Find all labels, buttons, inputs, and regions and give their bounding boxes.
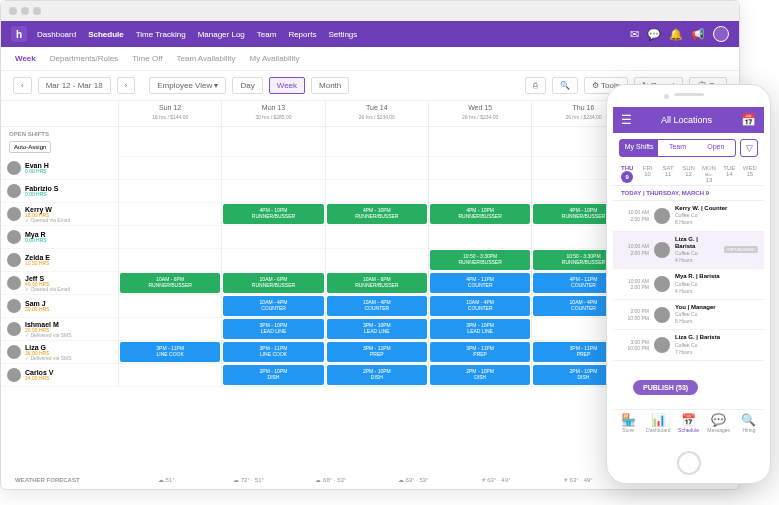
employee-row[interactable]: Liza G36.00 HRS✓ Delivered via SMS xyxy=(1,341,118,364)
shift-block[interactable]: 3PM - 11PMPREP xyxy=(327,342,427,362)
subnav-dept[interactable]: Departments/Roles xyxy=(50,54,118,63)
shift-slot[interactable]: 10AM - 6PMRUNNER/BUSSER xyxy=(119,272,221,295)
shift-slot[interactable]: 3PM - 11PMLINE COOK xyxy=(222,341,324,364)
employee-row[interactable]: Evan H0.00 HRS xyxy=(1,157,118,180)
tab-store[interactable]: 🏪Store xyxy=(613,410,643,443)
shift-slot[interactable] xyxy=(222,180,324,203)
shift-slot[interactable] xyxy=(326,249,428,272)
shift-block[interactable]: 4PM - 10PMRUNNER/BUSSER xyxy=(327,204,427,224)
shift-block[interactable]: 3PM - 11PMLINE COOK xyxy=(223,342,323,362)
shift-block[interactable]: 2PM - 10PMDISH xyxy=(327,365,427,385)
shift-slot[interactable] xyxy=(119,180,221,203)
bell-icon[interactable]: 🔔 xyxy=(669,28,683,41)
employee-row[interactable]: Kerry W18.00 HRS✓ Opened via Email xyxy=(1,203,118,226)
shift-slot[interactable]: 4PM - 10PMRUNNER/BUSSER xyxy=(429,203,531,226)
shift-slot[interactable]: 2PM - 10PMDISH xyxy=(326,364,428,387)
tab-open[interactable]: Open xyxy=(697,140,735,156)
search-button[interactable]: 🔍 xyxy=(552,77,578,94)
shift-slot[interactable]: 10AM - 4PMCOUNTER xyxy=(429,295,531,318)
min-dot[interactable] xyxy=(21,7,29,15)
subnav-week[interactable]: Week xyxy=(15,54,36,63)
nav-dashboard[interactable]: Dashboard xyxy=(37,30,76,39)
date-strip[interactable]: THU9FRI10SAT11SUN12MONMar.13TUE14WED15 xyxy=(613,163,764,186)
date-cell[interactable]: TUE14 xyxy=(719,165,739,183)
publish-button[interactable]: PUBLISH (53) xyxy=(633,380,698,395)
shift-slot[interactable] xyxy=(429,226,531,249)
employee-row[interactable]: Jeff S40.00 HRS✓ Opened via Email xyxy=(1,272,118,295)
auto-assign-button[interactable]: Auto-Assign xyxy=(9,141,51,153)
tab-dashboard[interactable]: 📊Dashboard xyxy=(643,410,673,443)
shift-slot[interactable] xyxy=(119,249,221,272)
announce-icon[interactable]: 📢 xyxy=(691,28,705,41)
shift-slot[interactable] xyxy=(326,180,428,203)
shift-slot[interactable] xyxy=(119,226,221,249)
nav-managerlog[interactable]: Manager Log xyxy=(198,30,245,39)
shift-slot[interactable]: 10AM - 4PMCOUNTER xyxy=(222,295,324,318)
shift-item[interactable]: 2:00 PM10:00 PMYou | ManagerCoffee Co8 H… xyxy=(613,300,764,331)
shift-slot[interactable]: 3PM - 11PMLINE COOK xyxy=(119,341,221,364)
shift-slot[interactable] xyxy=(326,157,428,180)
shift-block[interactable]: 10AM - 6PMRUNNER/BUSSER xyxy=(327,273,427,293)
next-button[interactable]: › xyxy=(117,77,136,94)
shift-slot[interactable]: 4PM - 10PMRUNNER/BUSSER xyxy=(222,203,324,226)
filter-icon[interactable]: ▽ xyxy=(740,139,758,157)
shift-slot[interactable]: 2PM - 10PMDISH xyxy=(429,364,531,387)
shift-slot[interactable]: 3PM - 10PMLEAD LINE xyxy=(429,318,531,341)
employee-row[interactable]: Zelda E10.50 HRS xyxy=(1,249,118,272)
max-dot[interactable] xyxy=(33,7,41,15)
shift-slot[interactable]: 10:50 - 3:30PMRUNNER/BUSSER xyxy=(429,249,531,272)
shift-slot[interactable] xyxy=(119,295,221,318)
shift-slot[interactable]: 10AM - 6PMRUNNER/BUSSER xyxy=(222,272,324,295)
shift-slot[interactable]: 3PM - 11PMPREP xyxy=(326,341,428,364)
shift-block[interactable]: 2PM - 10PMDISH xyxy=(430,365,530,385)
employee-row[interactable]: Ishmael M20.00 HRS✓ Delivered via SMS xyxy=(1,318,118,341)
view-month[interactable]: Month xyxy=(311,77,349,94)
shift-slot[interactable]: 10AM - 6PMRUNNER/BUSSER xyxy=(326,272,428,295)
shift-item[interactable]: 10:00 AM2:00 PMKerry W. | CounterCoffee … xyxy=(613,201,764,232)
shift-block[interactable]: 10AM - 6PMRUNNER/BUSSER xyxy=(120,273,220,293)
print-button[interactable]: ⎙ xyxy=(525,77,546,94)
shift-slot[interactable] xyxy=(326,226,428,249)
user-avatar[interactable] xyxy=(713,26,729,42)
tab-hiring[interactable]: 🔍Hiring xyxy=(734,410,764,443)
shift-block[interactable]: 4PM - 11PMCOUNTER xyxy=(430,273,530,293)
shift-slot[interactable] xyxy=(222,226,324,249)
employee-row[interactable]: Fabrizio S0.00 HRS xyxy=(1,180,118,203)
shift-item[interactable]: 10:00 AM2:00 PMLiza G. | BaristaCoffee C… xyxy=(613,232,764,270)
close-dot[interactable] xyxy=(9,7,17,15)
employee-row[interactable]: Carlos V24.00 HRS xyxy=(1,364,118,387)
subnav-myavail[interactable]: My Availability xyxy=(249,54,299,63)
shift-block[interactable]: 3PM - 10PMLEAD LINE xyxy=(327,319,427,339)
menu-icon[interactable]: ☰ xyxy=(621,113,632,127)
tab-messages[interactable]: 💬Messages xyxy=(704,410,734,443)
shift-item[interactable]: 10:00 AM2:00 PMMya R. | BaristaCoffee Co… xyxy=(613,269,764,300)
nav-team[interactable]: Team xyxy=(257,30,277,39)
shift-slot[interactable] xyxy=(119,318,221,341)
shift-block[interactable]: 3PM - 10PMLEAD LINE xyxy=(223,319,323,339)
shift-block[interactable]: 10AM - 4PMCOUNTER xyxy=(327,296,427,316)
nav-timetracking[interactable]: Time Tracking xyxy=(136,30,186,39)
tab-team[interactable]: Team xyxy=(658,140,696,156)
subnav-teamavail[interactable]: Team Availability xyxy=(176,54,235,63)
nav-schedule[interactable]: Schedule xyxy=(88,30,124,39)
home-button[interactable] xyxy=(677,451,701,475)
shift-block[interactable]: 3PM - 10PMLEAD LINE xyxy=(430,319,530,339)
shift-block[interactable]: 3PM - 11PMLINE COOK xyxy=(120,342,220,362)
view-day[interactable]: Day xyxy=(232,77,262,94)
date-cell[interactable]: THU9 xyxy=(617,165,637,183)
shift-slot[interactable]: 3PM - 11PMPREP xyxy=(429,341,531,364)
shift-slot[interactable] xyxy=(119,364,221,387)
shift-slot[interactable] xyxy=(222,249,324,272)
nav-reports[interactable]: Reports xyxy=(288,30,316,39)
shift-block[interactable]: 4PM - 10PMRUNNER/BUSSER xyxy=(223,204,323,224)
date-cell[interactable]: SAT11 xyxy=(658,165,678,183)
calendar-icon[interactable]: 📅 xyxy=(741,113,756,127)
date-range[interactable]: Mar 12 - Mar 18 xyxy=(38,77,111,94)
date-cell[interactable]: MONMar.13 xyxy=(699,165,719,183)
shift-slot[interactable]: 4PM - 10PMRUNNER/BUSSER xyxy=(326,203,428,226)
shift-block[interactable]: 10AM - 4PMCOUNTER xyxy=(223,296,323,316)
date-cell[interactable]: WED15 xyxy=(740,165,760,183)
date-cell[interactable]: SUN12 xyxy=(678,165,698,183)
shift-block[interactable]: 10AM - 6PMRUNNER/BUSSER xyxy=(223,273,323,293)
employee-row[interactable]: Mya R0.00 HRS xyxy=(1,226,118,249)
